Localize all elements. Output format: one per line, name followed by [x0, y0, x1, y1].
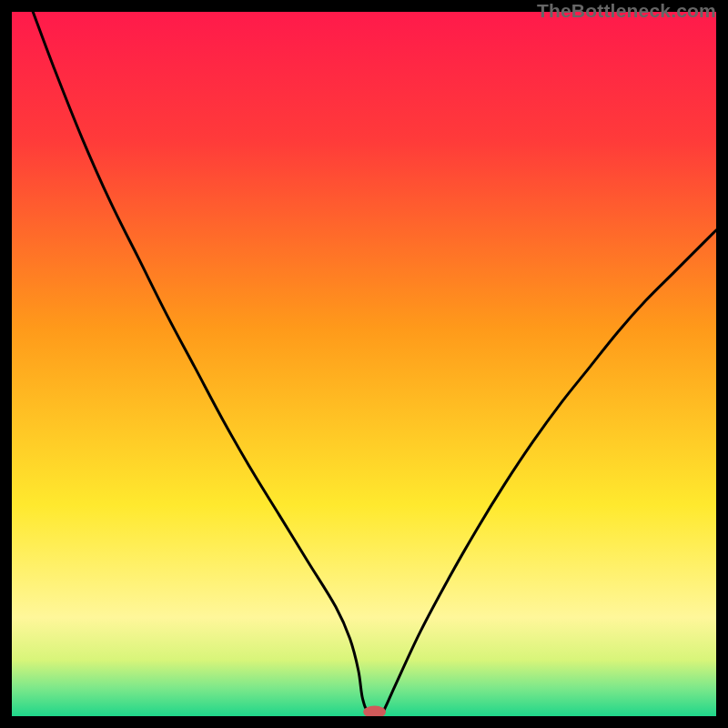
- chart-frame: TheBottleneck.com: [0, 0, 728, 728]
- gradient-background: [12, 12, 716, 716]
- plot-area: [12, 12, 716, 716]
- chart-svg: [12, 12, 716, 716]
- attribution-label: TheBottleneck.com: [537, 0, 716, 22]
